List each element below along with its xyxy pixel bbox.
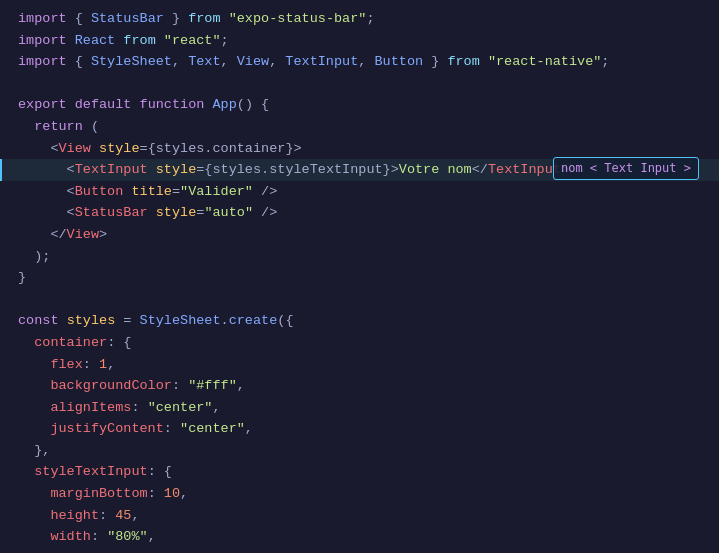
code-line-21: }, [0,440,719,462]
code-line-15: const styles = StyleSheet.create({ [0,310,719,332]
token: }, [18,440,50,462]
code-line-7: <View style={styles.container}> [0,138,719,160]
token: "auto" [204,202,253,224]
token: </ [18,224,67,246]
token: const [18,310,59,332]
token: TextInput [488,159,561,181]
code-line-3: import { StyleSheet, Text, View, TextInp… [0,51,719,73]
token: "Valider" [180,181,253,203]
token: justifyContent [50,418,163,440]
token: import [18,51,67,73]
code-line-23: marginBottom: 10, [0,483,719,505]
token [123,181,131,203]
token: "#fff" [188,375,237,397]
token: import [18,30,67,52]
token: style [99,138,140,160]
token [204,94,212,116]
token [131,94,139,116]
code-line-8: <TextInput style={styles.styleTextInput}… [0,159,719,181]
token: from [188,8,220,30]
token: /> [253,181,277,203]
token [18,332,34,354]
code-line-13: } [0,267,719,289]
token: View [67,224,99,246]
token: title [131,181,172,203]
code-line-14 [0,289,719,311]
token: Button [75,181,124,203]
token: ; [601,51,609,73]
token: width [50,526,91,548]
token: StyleSheet [91,51,172,73]
token: Votre nom [399,159,472,181]
token: ={ [140,138,156,160]
token: Text [188,51,220,73]
token [156,30,164,52]
token [59,310,67,332]
token: backgroundColor [50,375,172,397]
code-line-5: export default function App() { [0,94,719,116]
code-editor: import { StatusBar } from "expo-status-b… [0,0,719,553]
token [18,526,50,548]
token: > [99,224,107,246]
code-line-25: width: "80%", [0,526,719,548]
token: "react" [164,30,221,52]
token: styleTextInput [34,461,147,483]
token: StatusBar [75,202,148,224]
token: , [221,51,237,73]
token: , [229,548,237,553]
token: TextInput [285,51,358,73]
token: style [156,202,197,224]
code-line-11: </View> [0,224,719,246]
token: height [50,505,99,527]
token: = [172,181,180,203]
code-line-12: ); [0,246,719,268]
code-line-26: borderColor: "#000000", [0,548,719,553]
token: ; [221,30,229,52]
token: container [34,332,107,354]
token: 10 [164,483,180,505]
token: </ [472,159,488,181]
token: "80%" [107,526,148,548]
token: View [59,138,91,160]
code-line-19: alignItems: "center", [0,397,719,419]
token: { [67,8,91,30]
token: default [75,94,132,116]
token: 1 [99,354,107,376]
token: /> [253,202,277,224]
token: "center" [180,418,245,440]
token: }> [285,138,301,160]
token [221,8,229,30]
token: styleTextInput [269,159,382,181]
code-line-10: <StatusBar style="auto" /> [0,202,719,224]
code-line-16: container: { [0,332,719,354]
token: alignItems [50,397,131,419]
token: , [237,375,245,397]
token: styles [67,310,116,332]
token: : [172,375,188,397]
code-line-20: justifyContent: "center", [0,418,719,440]
token: Button [374,51,423,73]
token: StyleSheet [140,310,221,332]
token [67,94,75,116]
token: , [269,51,285,73]
token [18,354,50,376]
token: }> [383,159,399,181]
token: flex [50,354,82,376]
token: style [156,159,197,181]
token: } [423,51,447,73]
token: container [212,138,285,160]
token [18,548,50,553]
token [115,30,123,52]
token: , [180,483,188,505]
code-line-17: flex: 1, [0,354,719,376]
code-line-4 [0,73,719,95]
token: import [18,8,67,30]
token: } [164,8,188,30]
token: : [140,548,156,553]
token: < [18,138,59,160]
token: : [131,397,147,419]
token: ); [18,246,50,268]
token: , [131,505,139,527]
token: App [212,94,236,116]
code-line-6: return ( [0,116,719,138]
